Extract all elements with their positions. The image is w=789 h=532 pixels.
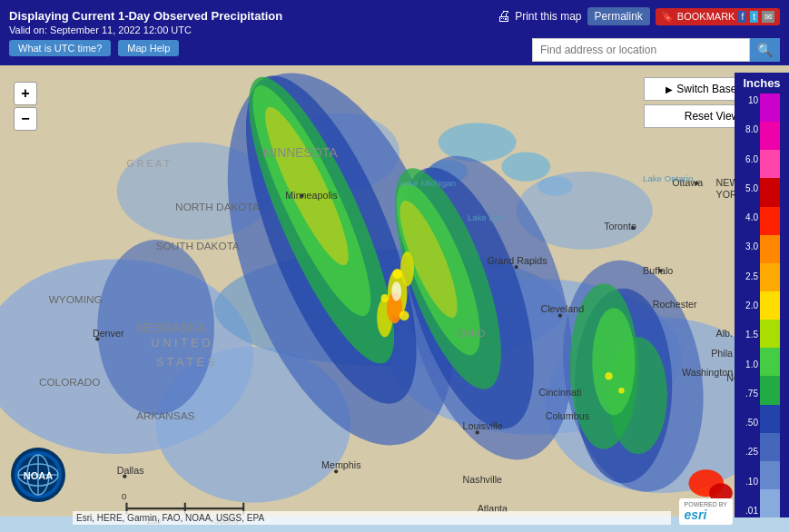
legend-label-50: .50 xyxy=(736,418,758,428)
map-help-button[interactable]: Map Help xyxy=(118,40,179,56)
noaa-logo: NOAA xyxy=(9,446,68,505)
legend-label-10b: .10 xyxy=(736,477,758,487)
svg-text:Cincinnati: Cincinnati xyxy=(538,387,581,398)
zoom-in-button[interactable]: + xyxy=(14,82,37,105)
svg-text:Grand Rapids: Grand Rapids xyxy=(487,255,547,266)
legend-label-01: .01 xyxy=(736,506,758,516)
svg-text:Lake Erie: Lake Erie xyxy=(468,212,505,222)
svg-point-55 xyxy=(95,337,99,340)
legend-label-1_5: 1.5 xyxy=(736,330,758,340)
svg-point-35 xyxy=(392,269,402,279)
color-bar-red xyxy=(760,207,780,235)
svg-point-61 xyxy=(631,226,635,230)
svg-point-39 xyxy=(618,388,624,393)
svg-text:S T A T E S: S T A T E S xyxy=(156,356,216,369)
svg-text:WYOMING: WYOMING xyxy=(49,293,103,306)
legend-unit-label: Inches xyxy=(735,73,789,94)
utc-time-button[interactable]: What is UTC time? xyxy=(9,40,111,56)
svg-point-31 xyxy=(400,251,414,287)
svg-text:OHIO: OHIO xyxy=(458,327,485,340)
svg-point-59 xyxy=(558,314,562,318)
svg-point-40 xyxy=(391,281,401,300)
svg-text:NORTH DAKOTA: NORTH DAKOTA xyxy=(175,201,260,213)
color-bar-red-dark xyxy=(760,178,780,206)
svg-text:Nashville: Nashville xyxy=(463,474,503,485)
legend-label-3: 3.0 xyxy=(736,241,758,251)
svg-text:ARKANSAS: ARKANSAS xyxy=(136,410,194,423)
permalink-button[interactable]: Permalink xyxy=(587,7,650,25)
color-bar-blue-med xyxy=(760,433,780,461)
color-bar-yellow xyxy=(760,291,780,320)
legend-color-bars xyxy=(760,94,780,517)
legend-label-4: 4.0 xyxy=(736,212,758,222)
color-bar-purple xyxy=(760,94,780,122)
color-bar-blue-light xyxy=(760,461,780,489)
esri-brand-label: esri xyxy=(685,507,727,522)
print-button[interactable]: 🖨 Print this map xyxy=(497,8,581,25)
map-attribution: Esri, HERE, Garmin, FAO, NOAA, USGS, EPA xyxy=(73,511,671,525)
color-bar-orange xyxy=(760,235,780,263)
svg-text:Rochester: Rochester xyxy=(653,299,697,310)
twitter-icon: t xyxy=(750,11,758,23)
svg-point-53 xyxy=(300,194,303,198)
svg-text:U N I T E D: U N I T E D xyxy=(151,336,210,350)
svg-point-26 xyxy=(592,308,635,415)
search-icon: 🔍 xyxy=(757,43,773,57)
color-bar-pink xyxy=(760,150,780,178)
svg-point-63 xyxy=(695,182,698,185)
svg-text:SOUTH DAKOTA: SOUTH DAKOTA xyxy=(156,240,240,252)
facebook-icon: f xyxy=(738,11,746,23)
svg-text:Louisville: Louisville xyxy=(463,420,503,431)
email-icon: ✉ xyxy=(762,11,774,23)
legend-label-25: .25 xyxy=(736,447,758,457)
legend-label-8: 8.0 xyxy=(736,124,758,134)
svg-point-2 xyxy=(502,152,551,181)
color-bar-green xyxy=(760,376,780,404)
legend-label-1: 1.0 xyxy=(736,360,758,369)
svg-point-57 xyxy=(514,265,518,269)
svg-point-1 xyxy=(439,123,517,162)
search-bar: 🔍 xyxy=(532,38,780,62)
search-button[interactable]: 🔍 xyxy=(750,38,780,62)
color-bar-orange-light xyxy=(760,263,780,291)
svg-text:Memphis: Memphis xyxy=(321,459,360,470)
svg-text:NEBRASKA: NEBRASKA xyxy=(136,320,206,335)
legend-labels: 10 8.0 6.0 5.0 4.0 3.0 2.5 2.0 1.5 1.0 .… xyxy=(735,94,760,517)
legend-scale: 10 8.0 6.0 5.0 4.0 3.0 2.5 2.0 1.5 1.0 .… xyxy=(735,94,789,517)
svg-text:Dallas: Dallas xyxy=(117,465,144,476)
color-bar-blue-pale xyxy=(760,489,780,517)
color-bar-magenta xyxy=(760,122,780,150)
svg-point-38 xyxy=(605,372,613,380)
print-label: Print this map xyxy=(515,10,581,23)
svg-text:COLORADO: COLORADO xyxy=(39,376,101,389)
svg-text:Toronto: Toronto xyxy=(604,221,636,232)
svg-text:Lake Michigan: Lake Michigan xyxy=(399,178,456,188)
svg-point-72 xyxy=(334,469,338,473)
printer-icon: 🖨 xyxy=(497,8,511,25)
svg-point-76 xyxy=(476,430,479,434)
svg-point-36 xyxy=(380,294,389,302)
bookmark-icon: 🔖 xyxy=(661,11,674,23)
precipitation-legend: Inches 10 8.0 6.0 5.0 4.0 3.0 2.5 2.0 1.… xyxy=(735,73,789,517)
top-right-controls: 🖨 Print this map Permalink 🔖 BOOKMARK f … xyxy=(497,7,780,25)
svg-text:NOAA: NOAA xyxy=(24,470,53,481)
svg-text:G R E A T: G R E A T xyxy=(126,158,170,169)
svg-text:Minneapolis: Minneapolis xyxy=(285,190,337,201)
color-bar-green-light xyxy=(760,348,780,376)
legend-label-2: 2.0 xyxy=(736,300,758,310)
svg-text:Columbus: Columbus xyxy=(546,411,589,422)
svg-point-37 xyxy=(399,310,409,320)
esri-logo-area: POWERED BY esri xyxy=(679,498,733,525)
svg-text:Phila: Phila xyxy=(711,348,733,359)
bookmark-button[interactable]: 🔖 BOOKMARK f t ✉ xyxy=(656,8,780,25)
zoom-controls: + − xyxy=(14,82,37,131)
zoom-out-button[interactable]: − xyxy=(14,107,37,131)
svg-text:Alb.: Alb. xyxy=(716,328,733,339)
valid-date: Valid on: September 11, 2022 12:00 UTC xyxy=(9,25,780,35)
triangle-icon: ▶ xyxy=(666,84,673,94)
color-bar-yellow-green xyxy=(760,320,780,348)
svg-text:Lake Ontario: Lake Ontario xyxy=(643,173,693,183)
location-search-input[interactable] xyxy=(532,38,750,62)
svg-text:Washington: Washington xyxy=(682,367,733,378)
legend-label-10: 10 xyxy=(736,95,758,105)
